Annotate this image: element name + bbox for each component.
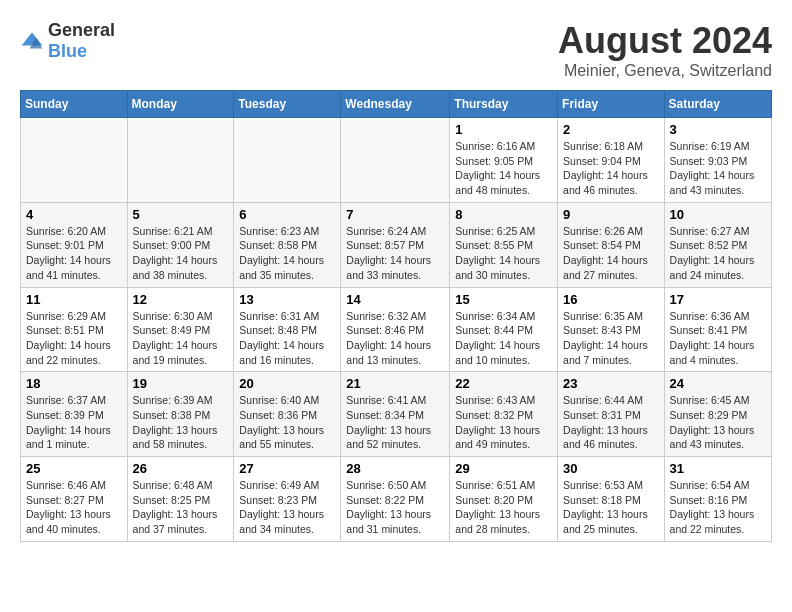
day-info: Sunrise: 6:32 AM Sunset: 8:46 PM Dayligh… — [346, 309, 444, 368]
day-header-saturday: Saturday — [664, 91, 771, 118]
day-info: Sunrise: 6:25 AM Sunset: 8:55 PM Dayligh… — [455, 224, 552, 283]
day-number: 12 — [133, 292, 229, 307]
calendar-cell: 6Sunrise: 6:23 AM Sunset: 8:58 PM Daylig… — [234, 202, 341, 287]
day-info: Sunrise: 6:39 AM Sunset: 8:38 PM Dayligh… — [133, 393, 229, 452]
logo-blue: Blue — [48, 41, 87, 61]
day-number: 25 — [26, 461, 122, 476]
calendar-cell: 2Sunrise: 6:18 AM Sunset: 9:04 PM Daylig… — [558, 118, 665, 203]
day-number: 10 — [670, 207, 766, 222]
calendar-cell: 20Sunrise: 6:40 AM Sunset: 8:36 PM Dayli… — [234, 372, 341, 457]
day-number: 31 — [670, 461, 766, 476]
day-info: Sunrise: 6:30 AM Sunset: 8:49 PM Dayligh… — [133, 309, 229, 368]
calendar-cell: 1Sunrise: 6:16 AM Sunset: 9:05 PM Daylig… — [450, 118, 558, 203]
day-info: Sunrise: 6:46 AM Sunset: 8:27 PM Dayligh… — [26, 478, 122, 537]
day-info: Sunrise: 6:19 AM Sunset: 9:03 PM Dayligh… — [670, 139, 766, 198]
day-number: 3 — [670, 122, 766, 137]
week-row-2: 4Sunrise: 6:20 AM Sunset: 9:01 PM Daylig… — [21, 202, 772, 287]
day-number: 1 — [455, 122, 552, 137]
day-number: 16 — [563, 292, 659, 307]
calendar-cell: 13Sunrise: 6:31 AM Sunset: 8:48 PM Dayli… — [234, 287, 341, 372]
day-number: 26 — [133, 461, 229, 476]
day-number: 2 — [563, 122, 659, 137]
day-info: Sunrise: 6:18 AM Sunset: 9:04 PM Dayligh… — [563, 139, 659, 198]
calendar-subtitle: Meinier, Geneva, Switzerland — [558, 62, 772, 80]
day-info: Sunrise: 6:26 AM Sunset: 8:54 PM Dayligh… — [563, 224, 659, 283]
calendar-cell: 10Sunrise: 6:27 AM Sunset: 8:52 PM Dayli… — [664, 202, 771, 287]
header-row: SundayMondayTuesdayWednesdayThursdayFrid… — [21, 91, 772, 118]
calendar-cell: 21Sunrise: 6:41 AM Sunset: 8:34 PM Dayli… — [341, 372, 450, 457]
calendar-cell: 19Sunrise: 6:39 AM Sunset: 8:38 PM Dayli… — [127, 372, 234, 457]
calendar-title: August 2024 — [558, 20, 772, 62]
week-row-3: 11Sunrise: 6:29 AM Sunset: 8:51 PM Dayli… — [21, 287, 772, 372]
calendar-cell — [21, 118, 128, 203]
calendar-cell: 22Sunrise: 6:43 AM Sunset: 8:32 PM Dayli… — [450, 372, 558, 457]
calendar-cell: 25Sunrise: 6:46 AM Sunset: 8:27 PM Dayli… — [21, 457, 128, 542]
day-info: Sunrise: 6:24 AM Sunset: 8:57 PM Dayligh… — [346, 224, 444, 283]
title-section: August 2024 Meinier, Geneva, Switzerland — [558, 20, 772, 80]
calendar-cell: 16Sunrise: 6:35 AM Sunset: 8:43 PM Dayli… — [558, 287, 665, 372]
calendar-cell: 3Sunrise: 6:19 AM Sunset: 9:03 PM Daylig… — [664, 118, 771, 203]
calendar-cell: 11Sunrise: 6:29 AM Sunset: 8:51 PM Dayli… — [21, 287, 128, 372]
day-info: Sunrise: 6:50 AM Sunset: 8:22 PM Dayligh… — [346, 478, 444, 537]
day-info: Sunrise: 6:20 AM Sunset: 9:01 PM Dayligh… — [26, 224, 122, 283]
day-number: 14 — [346, 292, 444, 307]
calendar-cell: 24Sunrise: 6:45 AM Sunset: 8:29 PM Dayli… — [664, 372, 771, 457]
week-row-4: 18Sunrise: 6:37 AM Sunset: 8:39 PM Dayli… — [21, 372, 772, 457]
day-info: Sunrise: 6:31 AM Sunset: 8:48 PM Dayligh… — [239, 309, 335, 368]
calendar-cell: 30Sunrise: 6:53 AM Sunset: 8:18 PM Dayli… — [558, 457, 665, 542]
week-row-5: 25Sunrise: 6:46 AM Sunset: 8:27 PM Dayli… — [21, 457, 772, 542]
day-info: Sunrise: 6:43 AM Sunset: 8:32 PM Dayligh… — [455, 393, 552, 452]
day-info: Sunrise: 6:35 AM Sunset: 8:43 PM Dayligh… — [563, 309, 659, 368]
day-info: Sunrise: 6:29 AM Sunset: 8:51 PM Dayligh… — [26, 309, 122, 368]
day-header-friday: Friday — [558, 91, 665, 118]
day-header-monday: Monday — [127, 91, 234, 118]
day-number: 29 — [455, 461, 552, 476]
calendar-cell: 28Sunrise: 6:50 AM Sunset: 8:22 PM Dayli… — [341, 457, 450, 542]
calendar-table: SundayMondayTuesdayWednesdayThursdayFrid… — [20, 90, 772, 542]
header: General Blue August 2024 Meinier, Geneva… — [20, 20, 772, 80]
day-number: 22 — [455, 376, 552, 391]
day-header-tuesday: Tuesday — [234, 91, 341, 118]
logo: General Blue — [20, 20, 115, 62]
day-number: 18 — [26, 376, 122, 391]
calendar-cell: 23Sunrise: 6:44 AM Sunset: 8:31 PM Dayli… — [558, 372, 665, 457]
day-info: Sunrise: 6:45 AM Sunset: 8:29 PM Dayligh… — [670, 393, 766, 452]
day-number: 8 — [455, 207, 552, 222]
day-number: 21 — [346, 376, 444, 391]
calendar-cell: 4Sunrise: 6:20 AM Sunset: 9:01 PM Daylig… — [21, 202, 128, 287]
day-info: Sunrise: 6:34 AM Sunset: 8:44 PM Dayligh… — [455, 309, 552, 368]
day-info: Sunrise: 6:36 AM Sunset: 8:41 PM Dayligh… — [670, 309, 766, 368]
week-row-1: 1Sunrise: 6:16 AM Sunset: 9:05 PM Daylig… — [21, 118, 772, 203]
day-number: 13 — [239, 292, 335, 307]
day-info: Sunrise: 6:21 AM Sunset: 9:00 PM Dayligh… — [133, 224, 229, 283]
day-number: 6 — [239, 207, 335, 222]
day-info: Sunrise: 6:37 AM Sunset: 8:39 PM Dayligh… — [26, 393, 122, 452]
day-number: 17 — [670, 292, 766, 307]
calendar-cell — [234, 118, 341, 203]
day-info: Sunrise: 6:27 AM Sunset: 8:52 PM Dayligh… — [670, 224, 766, 283]
calendar-cell — [127, 118, 234, 203]
day-number: 4 — [26, 207, 122, 222]
day-number: 19 — [133, 376, 229, 391]
calendar-cell — [341, 118, 450, 203]
day-number: 23 — [563, 376, 659, 391]
day-info: Sunrise: 6:23 AM Sunset: 8:58 PM Dayligh… — [239, 224, 335, 283]
day-header-thursday: Thursday — [450, 91, 558, 118]
day-number: 15 — [455, 292, 552, 307]
day-number: 27 — [239, 461, 335, 476]
day-info: Sunrise: 6:53 AM Sunset: 8:18 PM Dayligh… — [563, 478, 659, 537]
calendar-cell: 17Sunrise: 6:36 AM Sunset: 8:41 PM Dayli… — [664, 287, 771, 372]
logo-icon — [20, 31, 44, 51]
calendar-cell: 29Sunrise: 6:51 AM Sunset: 8:20 PM Dayli… — [450, 457, 558, 542]
day-number: 28 — [346, 461, 444, 476]
day-number: 30 — [563, 461, 659, 476]
day-number: 9 — [563, 207, 659, 222]
day-number: 24 — [670, 376, 766, 391]
day-info: Sunrise: 6:51 AM Sunset: 8:20 PM Dayligh… — [455, 478, 552, 537]
calendar-cell: 15Sunrise: 6:34 AM Sunset: 8:44 PM Dayli… — [450, 287, 558, 372]
day-header-wednesday: Wednesday — [341, 91, 450, 118]
day-info: Sunrise: 6:40 AM Sunset: 8:36 PM Dayligh… — [239, 393, 335, 452]
calendar-cell: 8Sunrise: 6:25 AM Sunset: 8:55 PM Daylig… — [450, 202, 558, 287]
day-info: Sunrise: 6:54 AM Sunset: 8:16 PM Dayligh… — [670, 478, 766, 537]
calendar-cell: 12Sunrise: 6:30 AM Sunset: 8:49 PM Dayli… — [127, 287, 234, 372]
